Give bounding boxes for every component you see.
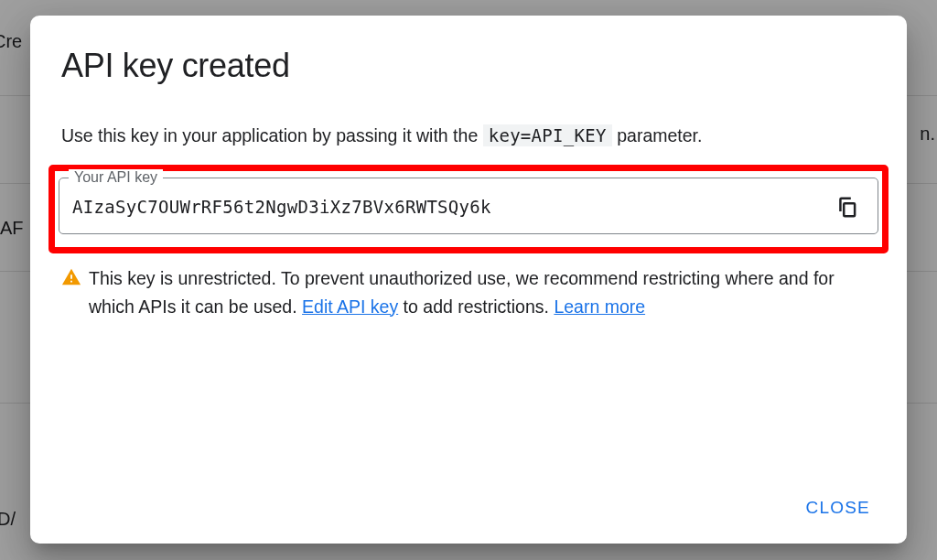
backdrop-fragment: D/ xyxy=(0,509,16,530)
close-button[interactable]: CLOSE xyxy=(793,489,883,527)
warning-message: This key is unrestricted. To prevent una… xyxy=(61,264,876,319)
backdrop-fragment: n. xyxy=(920,124,935,145)
api-key-created-dialog: API key created Use this key in your app… xyxy=(30,16,907,544)
edit-api-key-link[interactable]: Edit API key xyxy=(302,296,398,317)
code-snippet: key=API_KEY xyxy=(483,124,612,146)
dialog-title: API key created xyxy=(61,47,876,85)
description-text: parameter. xyxy=(612,125,703,145)
warning-text: to add restrictions. xyxy=(398,296,554,317)
backdrop-fragment: AF xyxy=(0,218,24,239)
learn-more-link[interactable]: Learn more xyxy=(554,296,645,317)
svg-rect-0 xyxy=(844,204,855,217)
dialog-description: Use this key in your application by pass… xyxy=(61,124,876,148)
warning-icon xyxy=(61,267,81,287)
field-label: Your API key xyxy=(69,169,163,186)
dialog-actions: CLOSE xyxy=(793,489,883,527)
backdrop-fragment: Cre xyxy=(0,31,22,52)
highlight-annotation: Your API key AIzaSyC7OUWrRF56t2NgwD3iXz7… xyxy=(48,165,889,253)
api-key-value: AIzaSyC7OUWrRF56t2NgwD3iXz7BVx6RWTSQy6k xyxy=(72,197,835,217)
api-key-field: Your API key AIzaSyC7OUWrRF56t2NgwD3iXz7… xyxy=(59,178,878,234)
description-text: Use this key in your application by pass… xyxy=(61,125,483,145)
copy-icon[interactable] xyxy=(835,195,859,219)
